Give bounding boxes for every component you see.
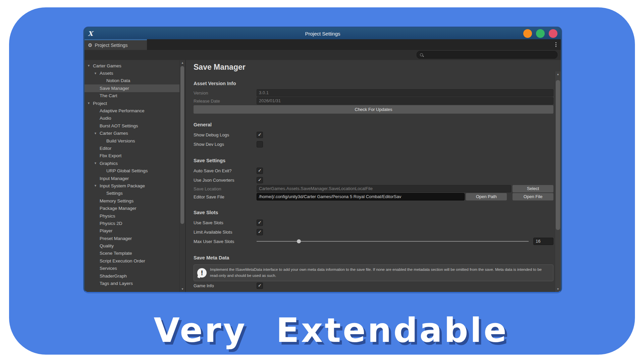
sidebar-item[interactable]: Scene Template [85, 250, 179, 257]
checkbox-checked[interactable]: ✓ [257, 177, 263, 183]
sidebar-item-label: Scene Template [100, 251, 132, 256]
main-scrollbar-thumb[interactable] [556, 80, 560, 230]
tree-expand-icon[interactable]: ▼ [87, 102, 93, 105]
sidebar-item-label: Adaptive Performance [100, 108, 145, 113]
open-file-button[interactable]: Open File [513, 193, 553, 200]
sidebar-item[interactable]: Build Versions [85, 137, 179, 144]
tab-bar: ⚙ Project Settings [85, 39, 561, 50]
sidebar-item[interactable]: Physics 2D [85, 220, 179, 227]
sidebar-item[interactable]: ▼Carter Games [85, 62, 179, 69]
titlebar[interactable]: X Project Settings [85, 28, 561, 39]
setting-row: Release Date2026/01/31 [194, 97, 553, 105]
sidebar-item[interactable]: The Cart [85, 92, 179, 100]
main-scrollbar[interactable]: ▲ ▼ [555, 71, 561, 292]
sidebar-item[interactable]: Preset Manager [85, 235, 179, 242]
text-field[interactable]: /home/j/.config/unity3d/Carter Games/Per… [257, 193, 465, 200]
section-title: General [194, 122, 553, 127]
sidebar-item[interactable]: Memory Settings [85, 197, 179, 204]
sidebar-scrollbar[interactable]: ▲ ▼ [179, 60, 185, 292]
sidebar-item-label: Tags and Layers [100, 281, 133, 286]
blue-backdrop: X Project Settings ⚙ Project Settings ▼C… [9, 7, 635, 355]
page-title: Save Manager [194, 63, 553, 72]
sidebar-item-label: Quality [100, 243, 114, 248]
search-icon [420, 53, 424, 57]
select-button[interactable]: Select [513, 185, 553, 192]
sidebar-item[interactable]: Notion Data [85, 77, 179, 84]
sidebar-item[interactable]: ShaderGraph [85, 272, 179, 280]
slider-track[interactable] [257, 239, 529, 244]
tab-project-settings[interactable]: ⚙ Project Settings [85, 39, 147, 50]
checkbox-checked[interactable]: ✓ [257, 220, 263, 226]
open-path-button[interactable]: Open Path [466, 193, 507, 200]
sidebar-item[interactable]: Save Manager [85, 84, 179, 92]
sidebar-item-label: The Cart [100, 93, 117, 98]
scroll-up-icon[interactable]: ▲ [555, 73, 561, 76]
sidebar-item[interactable]: URP Global Settings [85, 167, 179, 174]
settings-toolbar [85, 50, 561, 60]
sidebar-item[interactable]: ▼Project [85, 100, 179, 107]
window-title: Project Settings [85, 31, 561, 37]
sidebar-item[interactable]: Settings [85, 190, 179, 197]
setting-label: Max User Save Slots [194, 239, 257, 244]
setting-label: Use Json Converters [194, 178, 257, 183]
checkbox-unchecked[interactable] [257, 141, 263, 147]
check-for-updates-button[interactable]: Check For Updates [194, 105, 553, 114]
sidebar-item[interactable]: Services [85, 265, 179, 272]
sidebar-item[interactable]: Editor [85, 144, 179, 152]
scroll-down-icon[interactable]: ▼ [180, 288, 185, 291]
sidebar-item[interactable]: ▼Assets [85, 69, 179, 77]
help-text: Implement the ISaveMetaData interface to… [210, 267, 550, 279]
sidebar-item-label: Project [93, 101, 107, 106]
text-field: 2026/01/31 [257, 97, 553, 105]
sidebar-item[interactable]: ▼Input System Package [85, 182, 179, 189]
sidebar-item-label: Package Manager [100, 206, 137, 211]
sidebar-item[interactable]: Adaptive Performance [85, 107, 179, 114]
scroll-up-icon[interactable]: ▲ [180, 61, 185, 64]
sidebar-item[interactable]: ▼Graphics [85, 160, 179, 167]
sidebar-item-label: Audio [100, 116, 111, 121]
search-input[interactable] [417, 51, 557, 59]
checkbox-checked[interactable]: ✓ [257, 132, 263, 138]
sidebar-item-label: Services [100, 266, 117, 271]
zoom-button[interactable] [536, 29, 545, 38]
sidebar-item-label: Fbx Export [100, 153, 121, 158]
sidebar-item[interactable]: Burst AOT Settings [85, 122, 179, 129]
checkbox-checked[interactable]: ✓ [257, 229, 263, 235]
checkbox-checked[interactable]: ✓ [257, 168, 263, 174]
sidebar-item[interactable]: Script Execution Order [85, 257, 179, 264]
kebab-menu-icon[interactable] [553, 42, 558, 48]
sidebar-item-label: Input Manager [100, 176, 129, 181]
setting-row: Use Save Slots✓ [194, 218, 553, 227]
settings-section: Asset Version InfoVersion3.0.1Release Da… [194, 81, 553, 113]
tree-expand-icon[interactable]: ▼ [94, 184, 100, 187]
sidebar-item[interactable]: Tags and Layers [85, 280, 179, 287]
settings-section: Save SettingsAuto Save On Exit?✓Use Json… [194, 158, 553, 201]
project-settings-window: X Project Settings ⚙ Project Settings ▼C… [84, 27, 562, 293]
sidebar-item[interactable]: Input Manager [85, 175, 179, 182]
checkbox-checked[interactable]: ✓ [257, 283, 263, 289]
sidebar-item[interactable]: Physics [85, 212, 179, 220]
sidebar-item-label: Save Manager [100, 86, 129, 91]
tree-expand-icon[interactable]: ▼ [94, 132, 100, 135]
sidebar-item[interactable]: Audio [85, 115, 179, 122]
sidebar-item[interactable]: Package Manager [85, 204, 179, 212]
sidebar-item[interactable]: ▼Carter Games [85, 130, 179, 137]
tree-expand-icon[interactable]: ▼ [94, 72, 100, 75]
tree-expand-icon[interactable]: ▼ [87, 64, 93, 67]
sidebar-item[interactable]: Quality [85, 242, 179, 249]
sidebar-item-label: Script Execution Order [100, 258, 145, 263]
traffic-lights [523, 29, 557, 38]
sidebar-item[interactable]: Player [85, 227, 179, 235]
settings-section: Save Meta Data!Implement the ISaveMetaDa… [194, 255, 553, 291]
scroll-down-icon[interactable]: ▼ [555, 288, 561, 291]
setting-label: Auto Save On Exit? [194, 168, 257, 173]
close-button[interactable] [549, 29, 557, 38]
sidebar-scrollbar-thumb[interactable] [180, 66, 184, 224]
slider-thumb[interactable] [297, 239, 301, 243]
minimize-button[interactable] [523, 29, 532, 38]
section-title: Save Settings [194, 158, 553, 163]
tree-expand-icon[interactable]: ▼ [94, 162, 100, 165]
sidebar-item-label: Build Versions [106, 138, 135, 143]
sidebar-item[interactable]: Fbx Export [85, 152, 179, 160]
slider-value-field[interactable]: 16 [533, 238, 553, 245]
